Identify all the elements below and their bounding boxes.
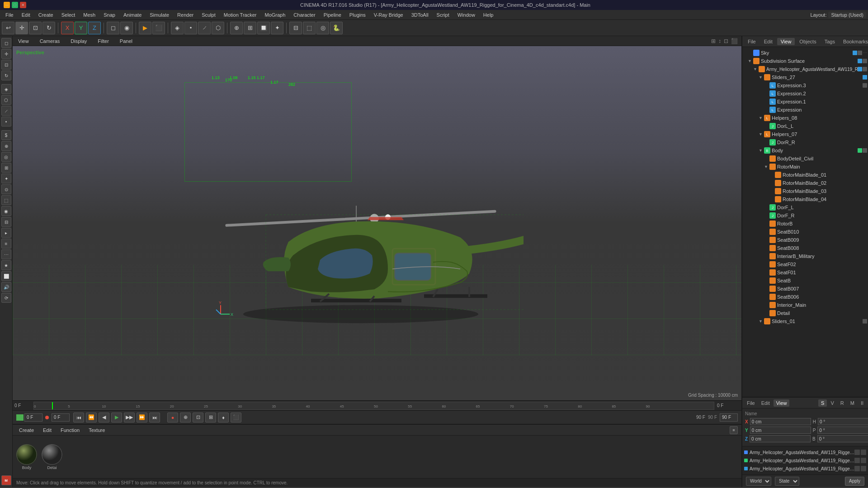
- size-p-input[interactable]: [817, 427, 868, 434]
- coord-z-input[interactable]: [750, 435, 811, 442]
- timeline-ruler[interactable]: 0 5 10 15 20 25 30 35 40 45 50 55 60 65 …: [33, 402, 714, 410]
- frame-end-input[interactable]: [720, 413, 738, 422]
- left-select-btn[interactable]: ◻: [1, 38, 11, 48]
- tree-item-bodydeteil[interactable]: BodyDeteil_Civil: [742, 155, 868, 163]
- anim-keys[interactable]: ♦: [218, 413, 229, 422]
- texture-tool[interactable]: 🔲: [257, 22, 270, 34]
- viewport-menu-cameras[interactable]: Cameras: [38, 38, 62, 45]
- coord-x-input[interactable]: [750, 418, 811, 425]
- viewport-menu-view[interactable]: View: [16, 38, 31, 45]
- layout-btn[interactable]: ⊟: [289, 22, 302, 34]
- tree-item-sliders27[interactable]: ▼ Sliders_27: [742, 73, 868, 81]
- prev-frame-btn[interactable]: ⏪: [86, 413, 97, 422]
- btn-function[interactable]: Function: [58, 427, 82, 434]
- tree-item-detail[interactable]: Detail: [742, 309, 868, 317]
- left-move-btn[interactable]: ✛: [1, 49, 11, 59]
- anim-mode[interactable]: ⊕: [180, 413, 191, 422]
- python-btn[interactable]: 🐍: [330, 22, 343, 34]
- play-reverse-btn[interactable]: ◀: [99, 413, 109, 422]
- menu-mesh[interactable]: Mesh: [80, 11, 99, 19]
- frame-start-input[interactable]: [24, 413, 42, 422]
- left-scale-btn[interactable]: ⊡: [1, 60, 11, 70]
- tree-item-rotorb[interactable]: RotorB: [742, 220, 868, 228]
- menu-edit[interactable]: Edit: [18, 11, 34, 19]
- tree-item-dorfr[interactable]: J DorF_R: [742, 211, 868, 220]
- render-view[interactable]: ▶: [139, 22, 151, 34]
- menu-simulate[interactable]: Simulate: [146, 11, 173, 19]
- viewport-menu-display[interactable]: Display: [69, 38, 89, 45]
- world-select[interactable]: World: [746, 477, 771, 486]
- tree-item-seatb008[interactable]: SeatB008: [742, 244, 868, 252]
- close-button[interactable]: ✕: [20, 2, 26, 8]
- menu-help[interactable]: Help: [480, 11, 497, 19]
- tree-item-interiarb[interactable]: InteriarB_Military: [742, 252, 868, 260]
- menu-character[interactable]: Character: [290, 11, 319, 19]
- left-tool-18[interactable]: ▸: [1, 228, 11, 238]
- left-tool-21[interactable]: ★: [1, 260, 11, 270]
- menu-script[interactable]: Script: [433, 11, 453, 19]
- tree-item-seatf02[interactable]: SeatF02: [742, 260, 868, 268]
- attr-mode-m[interactable]: M: [848, 399, 857, 407]
- obj-list-helpers[interactable]: Army_Helicopter_AgustaWestland_AW119_Rig…: [742, 456, 868, 465]
- tree-item-subdiv[interactable]: ▼ Subdivision Surface: [742, 57, 868, 65]
- left-tool-7[interactable]: ⟋: [1, 106, 11, 116]
- left-tool-20[interactable]: ⋯: [1, 249, 11, 259]
- left-tool-14[interactable]: ⊙: [1, 184, 11, 194]
- edge-mode[interactable]: ⟋: [198, 22, 211, 34]
- tool-x[interactable]: X: [61, 22, 74, 34]
- left-tool-19[interactable]: ≡: [1, 239, 11, 249]
- left-tool-13[interactable]: ✦: [1, 174, 11, 183]
- left-tool-9[interactable]: $: [1, 130, 11, 140]
- size-b-input[interactable]: [817, 435, 868, 442]
- left-tool-16[interactable]: ◉: [1, 206, 11, 216]
- attr-mode-s[interactable]: S: [818, 399, 827, 407]
- menu-pipeline[interactable]: Pipeline: [320, 11, 345, 19]
- tree-item-sky[interactable]: Sky ⋯: [742, 49, 868, 57]
- material-ball-detail[interactable]: [42, 444, 62, 465]
- right-tab-edit[interactable]: Edit: [760, 38, 776, 45]
- poly-mode[interactable]: ⬡: [212, 22, 224, 34]
- tree-item-rotor04[interactable]: RotorMainBlade_04: [742, 195, 868, 203]
- record-toggle[interactable]: ●: [167, 413, 178, 422]
- menu-file[interactable]: File: [2, 11, 17, 19]
- tree-item-rotor03[interactable]: RotorMainBlade_03: [742, 187, 868, 195]
- minimize-button[interactable]: ─: [4, 2, 10, 8]
- scale-tool[interactable]: ⊡: [29, 22, 42, 34]
- tree-item-dorfl[interactable]: J DorF_L: [742, 203, 868, 211]
- tree-item-interior-main[interactable]: Interior_Main: [742, 301, 868, 309]
- tree-item-rotor01[interactable]: RotorMainBlade_01: [742, 171, 868, 179]
- timeline-scrubber[interactable]: [52, 402, 53, 409]
- record-btn[interactable]: [45, 416, 49, 419]
- left-rotate-btn[interactable]: ↻: [1, 70, 11, 80]
- right-tab-view[interactable]: View: [777, 38, 795, 45]
- right-tab-file[interactable]: File: [744, 38, 760, 45]
- material-ball-body[interactable]: [16, 444, 37, 465]
- tree-item-seatb007[interactable]: SeatB007: [742, 285, 868, 293]
- tree-item-rotormain[interactable]: ▼ RotorMain: [742, 163, 868, 171]
- left-tool-8[interactable]: •: [1, 117, 11, 127]
- rotate-tool[interactable]: ↻: [42, 22, 55, 34]
- go-start-btn[interactable]: ⏮: [73, 413, 84, 422]
- tree-item-helpers07[interactable]: ▼ L Helpers_07: [742, 130, 868, 138]
- tree-item-seatb006[interactable]: SeatB006: [742, 293, 868, 301]
- tree-item-dorl[interactable]: J DorL_L: [742, 122, 868, 130]
- menu-window[interactable]: Window: [454, 11, 479, 19]
- attr-tab-file[interactable]: File: [744, 399, 758, 407]
- menu-render[interactable]: Render: [174, 11, 197, 19]
- attr-tab-view[interactable]: View: [774, 399, 790, 407]
- btn-texture[interactable]: Texture: [86, 427, 108, 434]
- menu-vray[interactable]: V-Ray Bridge: [370, 11, 407, 19]
- coord-y-input[interactable]: [750, 427, 811, 434]
- tree-item-expr2[interactable]: L Expression.2: [742, 89, 868, 98]
- tool-y[interactable]: Y: [75, 22, 87, 34]
- material-detail[interactable]: Detai: [42, 444, 62, 470]
- 3d-viewport[interactable]: Perspective 1.13 1.08 1.15 1.17 170 1.17…: [13, 46, 741, 400]
- attr-mode-v[interactable]: V: [828, 399, 836, 407]
- play-forward-btn[interactable]: ▶▶: [124, 413, 135, 422]
- right-tab-bookmarks[interactable]: Bookmarks: [840, 38, 868, 45]
- left-tool-15[interactable]: ⬚: [1, 195, 11, 205]
- tree-item-dorr[interactable]: J DorR_R: [742, 138, 868, 146]
- right-tab-objects[interactable]: Objects: [796, 38, 820, 45]
- undo-button[interactable]: ↩: [2, 22, 14, 34]
- attr-mode-r[interactable]: R: [838, 399, 847, 407]
